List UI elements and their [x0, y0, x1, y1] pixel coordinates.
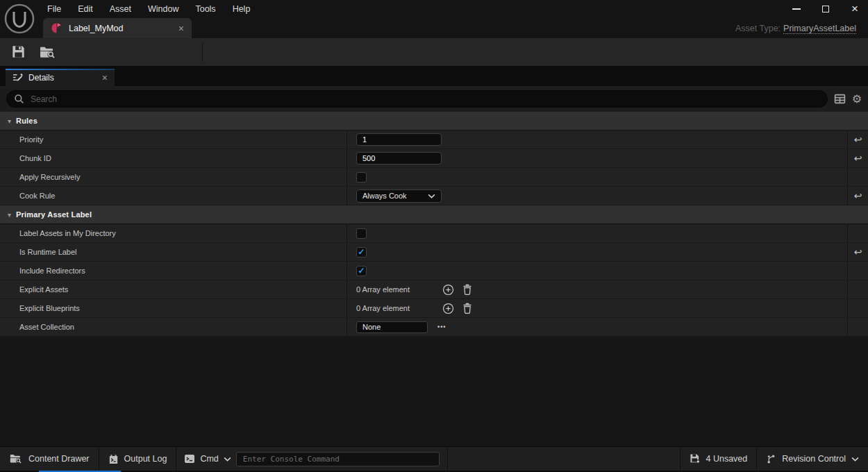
output-log-icon	[108, 454, 119, 464]
reset-to-default-icon[interactable]: ↩	[854, 153, 862, 163]
display-filter-icon[interactable]	[834, 93, 846, 105]
details-search-row: ⚙	[0, 86, 868, 112]
section-title: Rules	[16, 117, 37, 125]
menu-window[interactable]: Window	[140, 0, 187, 18]
status-bar: Content Drawer Output Log Cmd	[0, 446, 868, 471]
details-icon	[12, 72, 23, 83]
close-window-button[interactable]: ×	[850, 4, 860, 14]
content-drawer-label: Content Drawer	[28, 454, 90, 464]
reset-to-default-icon[interactable]: ↩	[854, 247, 862, 257]
clear-array-trash-icon[interactable]	[462, 303, 472, 314]
array-count-text: 0 Array element	[356, 304, 434, 312]
property-row-label-assets-in-my-directory: Label Assets in My Directory	[0, 224, 868, 243]
window-controls: ×	[792, 0, 860, 18]
is-runtime-label-checkbox[interactable]: ✓	[356, 247, 367, 258]
property-row-explicit-assets: Explicit Assets 0 Array element	[0, 280, 868, 299]
section-title: Primary Asset Label	[16, 210, 92, 219]
unreal-engine-logo-icon	[3, 3, 35, 35]
output-log-button[interactable]: Output Log	[99, 447, 177, 471]
browse-to-asset-button[interactable]	[39, 44, 57, 63]
browse-collection-ellipsis-icon[interactable]: •••	[437, 323, 446, 330]
asset-type-value[interactable]: PrimaryAssetLabel	[783, 24, 856, 34]
property-row-chunk-id: Chunk ID ↩	[0, 149, 868, 168]
chevron-down-icon	[851, 457, 859, 462]
property-label: Cook Rule	[0, 187, 347, 205]
menu-asset[interactable]: Asset	[101, 0, 140, 18]
maximize-button[interactable]	[821, 4, 831, 14]
details-tab-title: Details	[28, 73, 54, 83]
property-label: Asset Collection	[0, 318, 347, 336]
menu-help[interactable]: Help	[224, 0, 259, 18]
collapse-arrow-icon[interactable]: ▾	[8, 211, 11, 219]
include-redirectors-checkbox[interactable]: ✓	[356, 266, 367, 276]
priority-input[interactable]	[356, 133, 442, 146]
content-drawer-icon	[9, 453, 23, 465]
add-array-element-icon[interactable]	[442, 303, 454, 314]
chunk-id-input[interactable]	[356, 152, 442, 165]
cook-rule-dropdown[interactable]: Always Cook	[356, 189, 442, 203]
asset-type-label: Asset Type:	[735, 24, 781, 33]
output-log-label: Output Log	[124, 454, 167, 464]
unsaved-count-label: 4 Unsaved	[706, 454, 748, 464]
console-command-input[interactable]	[236, 452, 440, 466]
checkmark-icon: ✓	[358, 267, 365, 275]
property-label: Explicit Blueprints	[0, 299, 347, 317]
property-label: Label Assets in My Directory	[0, 224, 347, 242]
property-row-priority: Priority ↩	[0, 130, 868, 149]
search-input[interactable]	[31, 94, 820, 104]
unsaved-save-icon	[690, 453, 701, 464]
section-header-primary-asset-label[interactable]: ▾ Primary Asset Label	[0, 205, 868, 224]
settings-gear-icon[interactable]: ⚙	[852, 94, 862, 105]
chevron-down-icon[interactable]	[224, 457, 231, 462]
asset-collection-value: None	[362, 323, 381, 331]
property-label: Explicit Assets	[0, 280, 347, 298]
property-row-explicit-blueprints: Explicit Blueprints 0 Array element	[0, 299, 868, 318]
reset-to-default-icon[interactable]: ↩	[854, 191, 862, 201]
section-header-rules[interactable]: ▾ Rules	[0, 112, 868, 130]
menu-bar: File Edit Asset Window Tools Help	[39, 0, 258, 18]
property-row-is-runtime-label: Is Runtime Label ✓ ↩	[0, 243, 868, 262]
property-row-include-redirectors: Include Redirectors ✓	[0, 262, 868, 280]
menu-tools[interactable]: Tools	[187, 0, 224, 18]
cmd-label[interactable]: Cmd	[200, 454, 218, 464]
property-row-apply-recursively: Apply Recursively	[0, 168, 868, 187]
minimize-button[interactable]	[792, 4, 801, 14]
label-assets-in-my-directory-checkbox[interactable]	[356, 228, 367, 239]
menu-edit[interactable]: Edit	[69, 0, 101, 18]
save-asset-button[interactable]	[10, 44, 26, 62]
menu-file[interactable]: File	[39, 0, 69, 18]
asset-tab-close-icon[interactable]: ×	[178, 24, 184, 33]
title-bar: File Edit Asset Window Tools Help ×	[0, 0, 868, 18]
asset-collection-field[interactable]: None	[356, 321, 428, 333]
search-box[interactable]	[6, 90, 828, 108]
content-drawer-button[interactable]: Content Drawer	[0, 447, 99, 471]
status-bar-spacer	[448, 447, 680, 471]
search-icon	[14, 94, 24, 104]
console-command-group: Cmd	[176, 447, 447, 471]
cook-rule-value: Always Cook	[362, 192, 407, 200]
tab-details[interactable]: Details ×	[6, 69, 115, 86]
collapse-arrow-icon[interactable]: ▾	[8, 117, 11, 125]
property-label: Is Runtime Label	[0, 243, 347, 261]
property-row-asset-collection: Asset Collection None •••	[0, 318, 868, 337]
array-count-text: 0 Array element	[356, 285, 434, 294]
apply-recursively-checkbox[interactable]	[356, 172, 367, 183]
chevron-down-icon	[428, 194, 435, 199]
property-label: Include Redirectors	[0, 262, 347, 280]
reset-to-default-icon[interactable]: ↩	[854, 135, 862, 144]
property-row-cook-rule: Cook Rule Always Cook ↩	[0, 187, 868, 205]
primary-asset-label-icon	[51, 22, 62, 34]
cmd-console-icon	[184, 453, 195, 464]
unreal-editor-window: File Edit Asset Window Tools Help × Labe…	[0, 0, 868, 472]
property-label: Priority	[0, 130, 347, 149]
asset-toolbar	[0, 38, 868, 66]
asset-tab-label-mymod[interactable]: Label_MyMod ×	[43, 18, 192, 38]
add-array-element-icon[interactable]	[442, 284, 454, 296]
details-tab-close-icon[interactable]: ×	[102, 73, 108, 83]
details-tab-bar: Details ×	[0, 66, 868, 86]
asset-tab-title: Label_MyMod	[69, 24, 124, 33]
clear-array-trash-icon[interactable]	[462, 284, 472, 295]
revision-control-button[interactable]: Revision Control	[756, 447, 868, 471]
unsaved-assets-button[interactable]: 4 Unsaved	[680, 447, 757, 471]
details-panel: Details ×	[0, 66, 868, 446]
